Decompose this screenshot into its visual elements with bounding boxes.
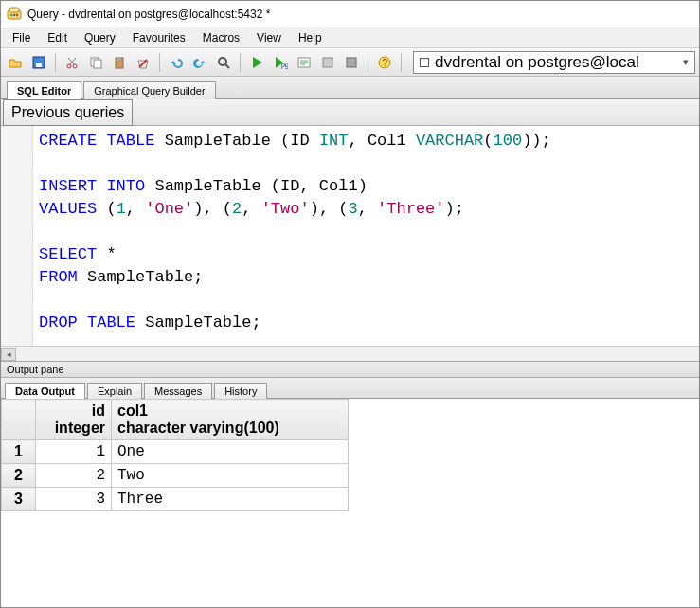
cell-col1[interactable]: Three [112, 488, 349, 511]
svg-text:?: ? [383, 58, 388, 68]
redo-icon [192, 55, 207, 70]
output-tab-data-output[interactable]: Data Output [5, 383, 85, 399]
window-title: Query - dvdrental on postgres@localhost:… [27, 8, 270, 21]
menu-favourites[interactable]: Favourites [125, 29, 193, 46]
find-button[interactable] [213, 52, 234, 73]
copy-button[interactable] [85, 52, 106, 73]
svg-point-3 [13, 13, 15, 15]
row-number: 2 [2, 464, 36, 488]
svg-rect-6 [36, 63, 42, 67]
row-header-corner [2, 400, 36, 440]
explain-button[interactable] [294, 52, 314, 73]
connection-indicator-icon [420, 58, 429, 67]
run-pgscript-button[interactable]: pg [270, 52, 291, 73]
svg-rect-17 [347, 58, 356, 67]
run-pgscript-icon: pg [273, 55, 288, 70]
open-icon [8, 55, 23, 70]
menubar: FileEditQueryFavouritesMacrosViewHelp [1, 27, 699, 48]
clear-button[interactable] [133, 52, 153, 73]
menu-help[interactable]: Help [291, 29, 330, 46]
menu-macros[interactable]: Macros [195, 29, 247, 46]
save-button[interactable] [28, 52, 49, 73]
help-button[interactable]: ? [374, 52, 395, 73]
cell-id[interactable]: 3 [36, 488, 112, 511]
menu-file[interactable]: File [5, 29, 38, 46]
svg-point-2 [10, 13, 12, 15]
cell-col1[interactable]: Two [112, 464, 349, 488]
svg-rect-16 [323, 58, 332, 67]
previous-queries-dropdown[interactable]: Previous queries [3, 99, 133, 126]
result-grid[interactable]: idintegercol1character varying(100)11One… [1, 399, 699, 607]
paste-button[interactable] [109, 52, 130, 73]
table-row[interactable]: 11One [2, 440, 349, 464]
toolbar: pg? dvdrental on postgres@local ▾ [1, 48, 699, 77]
horizontal-scrollbar[interactable]: ◂ [1, 346, 699, 361]
column-header-col1[interactable]: col1character varying(100) [112, 400, 349, 440]
cut-icon [64, 55, 80, 70]
previous-queries-bar: Previous queries [1, 99, 699, 126]
table-row[interactable]: 33Three [2, 488, 349, 511]
copy-icon [88, 55, 103, 70]
sql-editor[interactable]: CREATE TABLE SampleTable (ID INT, Col1 V… [33, 126, 699, 361]
output-pane-label: Output pane [1, 361, 699, 378]
chevron-down-icon: ▾ [683, 56, 689, 68]
cell-id[interactable]: 2 [36, 464, 112, 488]
open-button[interactable] [5, 52, 26, 73]
save-icon [31, 55, 46, 70]
svg-rect-12 [117, 57, 121, 60]
connection-label: dvdrental on postgres@local [435, 53, 639, 72]
output-tabs: Data OutputExplainMessagesHistory [1, 378, 699, 399]
cell-id[interactable]: 1 [36, 440, 112, 464]
cell-col1[interactable]: One [112, 440, 349, 464]
table-row[interactable]: 22Two [2, 464, 349, 488]
editor-tab-graphical-query-builder[interactable]: Graphical Query Builder [83, 81, 215, 99]
undo-icon [169, 55, 184, 70]
menu-view[interactable]: View [249, 29, 289, 46]
paste-icon [112, 55, 127, 70]
svg-rect-10 [94, 60, 101, 68]
editor-tab-sql-editor[interactable]: SQL Editor [7, 81, 81, 99]
menu-edit[interactable]: Edit [40, 29, 75, 46]
line-gutter [1, 126, 33, 361]
cut-button[interactable] [62, 52, 82, 73]
redo-button[interactable] [189, 52, 210, 73]
svg-point-13 [219, 58, 226, 65]
svg-rect-1 [9, 8, 19, 12]
scroll-left-arrow-icon[interactable]: ◂ [1, 348, 16, 361]
help-icon: ? [377, 55, 392, 70]
menu-query[interactable]: Query [77, 29, 123, 46]
sql-editor-area: CREATE TABLE SampleTable (ID INT, Col1 V… [1, 126, 699, 361]
svg-point-4 [16, 13, 18, 15]
output-tab-history[interactable]: History [214, 383, 267, 399]
connection-selector[interactable]: dvdrental on postgres@local ▾ [413, 51, 695, 74]
app-icon [7, 7, 22, 22]
row-number: 3 [2, 488, 36, 511]
stop-button[interactable] [341, 52, 362, 73]
output-tab-messages[interactable]: Messages [144, 383, 212, 399]
titlebar: Query - dvdrental on postgres@localhost:… [1, 1, 699, 27]
cancel-icon [320, 55, 335, 70]
row-number: 1 [2, 440, 36, 464]
stop-icon [344, 55, 359, 70]
find-icon [216, 55, 231, 70]
column-header-id[interactable]: idinteger [36, 400, 112, 440]
run-button[interactable] [246, 52, 267, 73]
run-icon [249, 55, 264, 70]
svg-text:pg: pg [281, 62, 288, 69]
clear-icon [135, 55, 151, 70]
output-tab-explain[interactable]: Explain [87, 383, 142, 399]
editor-tabs: SQL EditorGraphical Query Builder [1, 77, 699, 99]
explain-icon [296, 55, 312, 70]
cancel-button[interactable] [317, 52, 338, 73]
undo-button[interactable] [166, 52, 187, 73]
